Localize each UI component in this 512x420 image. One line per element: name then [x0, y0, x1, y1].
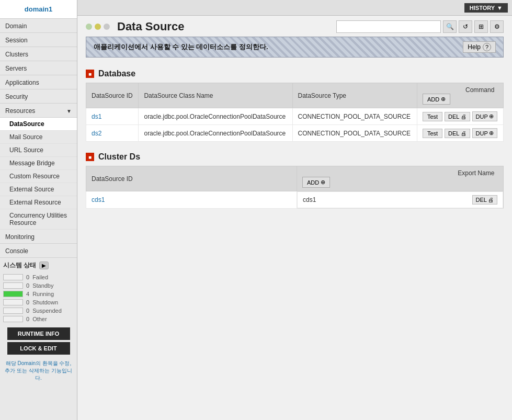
database-table-header-row: DataSource ID DataSource Class Name Data…	[86, 83, 504, 108]
del-button[interactable]: DEL 🖨	[445, 129, 470, 138]
history-label: HISTORY	[470, 5, 495, 11]
status-bar	[3, 274, 23, 280]
sidebar-sub-externalresource[interactable]: External Resource	[0, 196, 77, 209]
search-button[interactable]: 🔍	[443, 20, 457, 33]
sidebar-domain[interactable]: domain1	[0, 0, 77, 19]
status-row: 0 Other	[3, 315, 74, 323]
status-label: Running	[32, 291, 54, 297]
sidebar-resources-label: Resources	[5, 107, 35, 115]
system-status-icon-btn[interactable]: ▶	[39, 262, 49, 269]
title-dot	[95, 24, 101, 30]
help-label: Help	[468, 43, 481, 51]
sidebar-sub-customresource[interactable]: Custom Resource	[0, 170, 77, 183]
help-button[interactable]: Help ?	[463, 41, 496, 53]
sidebar-item-applications[interactable]: Applications	[0, 75, 77, 89]
sidebar-sub-mailsource[interactable]: Mail Source	[0, 131, 77, 144]
test-button[interactable]: Test	[423, 112, 442, 121]
sidebar-sub-urlsource[interactable]: URL Source	[0, 144, 77, 157]
sidebar-item-domain[interactable]: Domain	[0, 19, 77, 33]
system-status-label: 시스템 상태	[3, 261, 36, 270]
status-label: Suspended	[32, 308, 62, 314]
status-row: 0 Standby	[3, 281, 74, 290]
sidebar-item-resources[interactable]: Resources ▼	[0, 104, 77, 118]
sidebar-sub-messagebridge[interactable]: Message Bridge	[0, 157, 77, 170]
table-row: cds1 cds1 DEL 🖨	[86, 191, 504, 209]
sidebar-item-security[interactable]: Security	[0, 89, 77, 104]
status-label: Other	[32, 316, 47, 322]
title-dot	[104, 24, 110, 30]
sidebar-item-clusters[interactable]: Clusters	[0, 47, 77, 61]
status-row: 0 Shutdown	[3, 298, 74, 307]
page-title-area: Data Source	[86, 20, 184, 33]
sidebar-item-session[interactable]: Session	[0, 33, 77, 47]
database-section-title: Database	[98, 69, 135, 78]
command-buttons: Test DEL 🖨 DUP ⊕	[423, 111, 498, 121]
clusterds-table: DataSource ID Export Name ADD ⊕ cds1 cds…	[86, 166, 504, 209]
ds-id-link[interactable]: ds1	[92, 113, 101, 120]
database-section-header: ■ Database	[86, 69, 504, 78]
status-count: 0	[26, 316, 29, 322]
status-count: 0	[26, 274, 29, 280]
search-input[interactable]	[336, 20, 441, 33]
database-table: DataSource ID DataSource Class Name Data…	[86, 83, 504, 142]
lock-edit-button[interactable]: LOCK & EDIT	[7, 342, 70, 355]
page-header: Data Source 🔍 ↺ ⊞ ⚙	[77, 16, 512, 37]
del-label: DEL	[448, 130, 459, 137]
sidebar-sub-externalsource[interactable]: External Source	[0, 183, 77, 196]
status-bar	[3, 308, 23, 314]
database-section-icon: ■	[86, 70, 94, 78]
clusterds-section-header: ■ Cluster Ds	[86, 152, 504, 162]
help-icon: ?	[483, 43, 491, 51]
clusterds-table-header-row: DataSource ID Export Name ADD ⊕	[86, 166, 504, 191]
clusterds-section-title: Cluster Ds	[98, 152, 140, 162]
sidebar: domain1 Domain Session Clusters Servers …	[0, 0, 77, 420]
runtime-info-button[interactable]: RUNTIME INFO	[7, 327, 70, 340]
dup-button[interactable]: DUP ⊕	[472, 128, 497, 138]
database-add-button[interactable]: ADD ⊕	[423, 94, 450, 105]
title-dots	[86, 24, 110, 30]
col-command: Command ADD ⊕	[417, 83, 503, 108]
status-rows: 0 Failed 0 Standby 4 Running 0 Shutdown …	[0, 272, 77, 324]
status-bar-fill	[4, 291, 22, 297]
dup-button[interactable]: DUP ⊕	[472, 111, 497, 121]
sidebar-item-console[interactable]: Console	[0, 244, 77, 258]
clusterds-add-button[interactable]: ADD ⊕	[302, 177, 330, 188]
printer-icon: 🖨	[488, 197, 494, 203]
printer-icon: 🖨	[461, 130, 467, 137]
col-type: DataSource Type	[292, 83, 417, 108]
chevron-down-icon: ▼	[497, 5, 503, 11]
ds-id-link[interactable]: ds2	[92, 130, 101, 137]
sidebar-sub-datasource[interactable]: DataSource	[0, 118, 77, 131]
cds-del-button[interactable]: DEL 🖨	[472, 195, 497, 205]
status-count: 0	[26, 282, 29, 289]
refresh-button[interactable]: ↺	[459, 20, 472, 33]
ds-id-cell: ds1	[86, 108, 139, 125]
plus-icon: ⊕	[321, 179, 325, 186]
cds-id-link[interactable]: cds1	[92, 196, 105, 203]
add-label: ADD	[307, 179, 319, 186]
history-button[interactable]: HISTORY ▼	[464, 3, 508, 13]
sidebar-desc: 해당 Domain의 환목을 수정, 추가 또는 삭제하는 기능입니다.	[0, 358, 77, 386]
printer-icon: 🖨	[461, 113, 467, 120]
ds-command-cell: Test DEL 🖨 DUP ⊕	[417, 108, 503, 125]
status-row: 0 Failed	[3, 273, 74, 281]
header-search-area: 🔍 ↺ ⊞ ⚙	[336, 20, 504, 33]
del-button[interactable]: DEL 🖨	[445, 112, 470, 121]
ds-type-cell: CONNECTION_POOL_DATA_SOURCE	[292, 125, 417, 142]
sidebar-item-servers[interactable]: Servers	[0, 61, 77, 75]
add-label: ADD	[427, 96, 439, 103]
plus-icon: ⊕	[489, 130, 494, 137]
title-dot	[86, 24, 92, 30]
export-button[interactable]: ⊞	[474, 20, 488, 33]
status-label: Failed	[32, 274, 48, 280]
status-label: Standby	[32, 282, 53, 289]
settings-button[interactable]: ⚙	[490, 20, 504, 33]
del-label: DEL	[448, 113, 459, 120]
status-row: 4 Running	[3, 290, 74, 298]
col-datasource-id: DataSource ID	[86, 83, 139, 108]
test-button[interactable]: Test	[423, 129, 442, 138]
sidebar-item-monitoring[interactable]: Monitoring	[0, 230, 77, 244]
col-export-name: Export Name ADD ⊕	[297, 166, 504, 191]
dup-label: DUP	[476, 113, 488, 120]
sidebar-sub-concurrencyutilities[interactable]: Concurrency Utilities Resource	[0, 209, 77, 230]
